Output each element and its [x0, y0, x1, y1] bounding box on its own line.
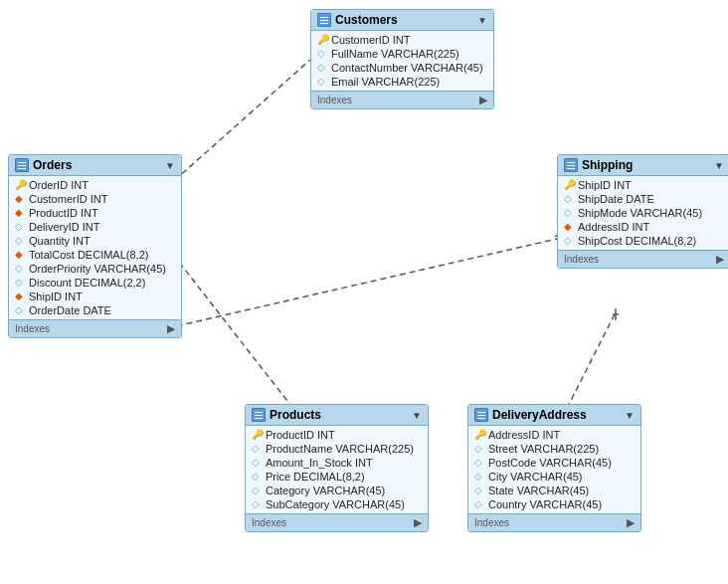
products-dropdown[interactable]: ▼ — [412, 410, 422, 421]
shipping-indexes-label: Indexes — [564, 254, 599, 265]
svg-line-10 — [167, 239, 557, 328]
col-icon: ◇ — [15, 236, 25, 246]
col-icon: ◇ — [317, 49, 327, 59]
delivery-dropdown[interactable]: ▼ — [625, 410, 635, 421]
delivery-indexes-label: Indexes — [474, 517, 509, 528]
table-orders-header: Orders ▼ — [9, 155, 181, 176]
field-row: ◇ Street VARCHAR(225) — [468, 442, 640, 456]
col-icon: ◇ — [564, 236, 574, 246]
field-row: ◇ Amount_In_Stock INT — [246, 456, 428, 470]
col-icon: ◇ — [252, 444, 262, 454]
col-icon: ◇ — [252, 499, 262, 509]
orders-dropdown[interactable]: ▼ — [165, 160, 175, 171]
table-delivery-body: 🔑 AddressID INT ◇ Street VARCHAR(225) ◇ … — [468, 426, 640, 513]
field-row: ◇ Category VARCHAR(45) — [246, 484, 428, 497]
fk-icon: ◆ — [15, 194, 25, 204]
col-icon: ◇ — [252, 486, 262, 495]
table-products-footer: Indexes ▶ — [246, 513, 428, 531]
table-shipping-icon — [564, 158, 578, 172]
table-delivery[interactable]: DeliveryAddress ▼ 🔑 AddressID INT ◇ Stre… — [467, 404, 641, 532]
customers-dropdown[interactable]: ▼ — [477, 15, 487, 26]
orders-indexes-label: Indexes — [15, 323, 50, 334]
field-row: ◇ Country VARCHAR(45) — [468, 497, 640, 511]
table-customers[interactable]: Customers ▼ 🔑 CustomerID INT ◇ FullName … — [310, 9, 494, 109]
table-shipping-header: Shipping ▼ — [558, 155, 728, 176]
field-row: ◇ City VARCHAR(45) — [468, 470, 640, 484]
table-orders-body: 🔑 OrderID INT ◆ CustomerID INT ◆ Product… — [9, 176, 181, 319]
col-icon: ◇ — [15, 278, 25, 288]
field-row: ◇ OrderDate DATE — [9, 303, 181, 317]
field-contactnumber: ContactNumber VARCHAR(45) — [331, 62, 483, 74]
pk-icon: 🔑 — [317, 35, 327, 45]
col-icon: ◇ — [474, 458, 484, 468]
field-row: 🔑 ProductID INT — [246, 428, 428, 442]
table-products-header: Products ▼ — [246, 405, 428, 426]
table-delivery-icon — [474, 408, 488, 422]
table-customers-title: Customers — [335, 13, 398, 27]
col-icon: ◇ — [474, 472, 484, 482]
pk-icon: 🔑 — [564, 180, 574, 190]
field-row: 🔑 AddressID INT — [468, 428, 640, 442]
table-orders-footer: Indexes ▶ — [9, 319, 181, 337]
field-row: 🔑 ShipID INT — [558, 178, 728, 192]
field-row: ◇ Email VARCHAR(225) — [311, 75, 493, 89]
table-products-title: Products — [270, 408, 321, 422]
field-row: ◇ ProductName VARCHAR(225) — [246, 442, 428, 456]
field-row: ◆ CustomerID INT — [9, 192, 181, 206]
table-customers-body: 🔑 CustomerID INT ◇ FullName VARCHAR(225)… — [311, 31, 493, 91]
field-row: ◇ FullName VARCHAR(225) — [311, 47, 493, 61]
field-row: 🔑 CustomerID INT — [311, 33, 493, 47]
table-shipping-body: 🔑 ShipID INT ◇ ShipDate DATE ◇ ShipMode … — [558, 176, 728, 250]
table-products[interactable]: Products ▼ 🔑 ProductID INT ◇ ProductName… — [245, 404, 429, 532]
fk-icon: ◆ — [15, 250, 25, 260]
table-shipping-footer: Indexes ▶ — [558, 250, 728, 268]
svg-line-0 — [167, 60, 310, 187]
shipping-dropdown[interactable]: ▼ — [714, 160, 724, 171]
field-row: ◇ Price DECIMAL(8,2) — [246, 470, 428, 484]
table-products-body: 🔑 ProductID INT ◇ ProductName VARCHAR(22… — [246, 426, 428, 513]
col-icon: ◇ — [317, 77, 327, 87]
pk-icon: 🔑 — [474, 430, 484, 440]
field-row: ◆ AddressID INT — [558, 220, 728, 234]
col-icon: ◇ — [564, 208, 574, 218]
table-orders-title: Orders — [33, 158, 72, 172]
fk-icon: ◆ — [15, 208, 25, 218]
fk-icon: ◆ — [564, 222, 574, 232]
col-icon: ◇ — [564, 194, 574, 204]
table-customers-footer: Indexes ▶ — [311, 91, 493, 108]
pk-icon: 🔑 — [252, 430, 262, 440]
field-row: ◇ ContactNumber VARCHAR(45) — [311, 61, 493, 75]
products-indexes-label: Indexes — [252, 517, 286, 528]
col-icon: ◇ — [474, 486, 484, 495]
col-icon: ◇ — [252, 458, 262, 468]
col-icon: ◇ — [15, 305, 25, 315]
table-customers-icon — [317, 13, 331, 27]
field-row: ◇ Quantity INT — [9, 234, 181, 248]
table-customers-header: Customers ▼ — [311, 10, 493, 31]
field-row: ◇ SubCategory VARCHAR(45) — [246, 497, 428, 511]
field-row: ◇ OrderPriority VARCHAR(45) — [9, 262, 181, 276]
col-icon: ◇ — [15, 264, 25, 274]
field-customerid: CustomerID INT — [331, 34, 410, 46]
field-row: ◆ TotalCost DECIMAL(8,2) — [9, 248, 181, 262]
field-row: ◇ Discount DECIMAL(2,2) — [9, 276, 181, 290]
field-row: ◇ ShipDate DATE — [558, 192, 728, 206]
col-icon: ◇ — [317, 63, 327, 73]
table-orders[interactable]: Orders ▼ 🔑 OrderID INT ◆ CustomerID INT … — [8, 154, 182, 338]
col-icon: ◇ — [252, 472, 262, 482]
field-row: 🔑 OrderID INT — [9, 178, 181, 192]
svg-line-5 — [167, 247, 308, 428]
field-row: ◆ ShipID INT — [9, 290, 181, 303]
col-icon: ◇ — [474, 444, 484, 454]
table-delivery-header: DeliveryAddress ▼ — [468, 405, 640, 426]
table-shipping-title: Shipping — [582, 158, 633, 172]
table-orders-icon — [15, 158, 29, 172]
field-row: ◇ ShipCost DECIMAL(8,2) — [558, 234, 728, 248]
diagram-canvas: Customers ▼ 🔑 CustomerID INT ◇ FullName … — [0, 0, 728, 584]
shipping-footer-arrow: ▶ — [716, 253, 724, 266]
table-products-icon — [252, 408, 266, 422]
customers-indexes-label: Indexes — [317, 95, 352, 105]
customers-footer-arrow: ▶ — [479, 94, 487, 106]
table-shipping[interactable]: Shipping ▼ 🔑 ShipID INT ◇ ShipDate DATE … — [557, 154, 728, 269]
delivery-footer-arrow: ▶ — [627, 516, 635, 529]
